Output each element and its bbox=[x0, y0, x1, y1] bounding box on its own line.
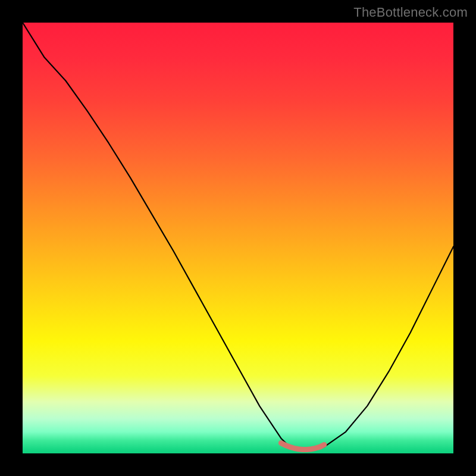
bottleneck-curve bbox=[23, 23, 453, 450]
chart-frame: TheBottleneck.com bbox=[0, 0, 476, 476]
plot-area bbox=[23, 23, 453, 453]
optimal-zone-marker bbox=[281, 443, 324, 450]
chart-svg bbox=[23, 23, 453, 453]
watermark-text: TheBottleneck.com bbox=[353, 5, 468, 20]
